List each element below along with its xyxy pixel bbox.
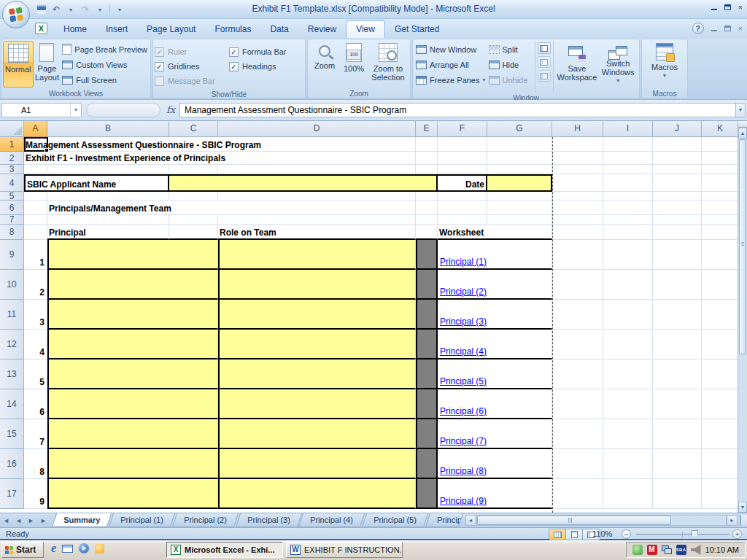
scroll-left-icon[interactable]: ◄ (465, 515, 476, 526)
cell[interactable] (24, 165, 47, 174)
col-header-K[interactable]: K (702, 121, 739, 137)
scroll-up-icon[interactable]: ▲ (738, 128, 747, 139)
cell[interactable] (552, 215, 603, 225)
cell-role-input[interactable] (218, 240, 416, 270)
cell-principal-name-input[interactable] (47, 270, 218, 300)
cell[interactable] (702, 174, 739, 192)
cell-section-title[interactable]: Principals/Management Team (47, 201, 416, 215)
unhide-button[interactable]: Unhide (487, 72, 533, 88)
cell-principal-name-input[interactable] (47, 389, 218, 419)
reset-window-position-button[interactable] (538, 70, 551, 82)
cell[interactable] (603, 165, 653, 174)
principal-link[interactable]: Principal (1) (440, 257, 487, 267)
cell-worksheet-link[interactable]: Principal (5) (438, 359, 552, 389)
page-break-preview-button[interactable]: Page Break Preview (61, 42, 149, 57)
cell[interactable] (653, 152, 702, 165)
cell[interactable] (487, 137, 552, 152)
tab-split-handle[interactable] (740, 515, 747, 526)
cell[interactable] (218, 192, 416, 201)
cell[interactable] (438, 215, 487, 225)
cell[interactable] (702, 152, 739, 165)
cell[interactable] (552, 419, 603, 449)
formula-bar-checkbox[interactable]: ✓ Formula Bar (229, 44, 287, 59)
cell-principal-num[interactable]: 9 (24, 479, 47, 509)
message-bar-checkbox[interactable]: ✓ Message Bar (155, 74, 229, 88)
cell[interactable] (603, 300, 653, 330)
zoom-slider-thumb[interactable] (692, 530, 698, 538)
cell[interactable] (603, 174, 653, 192)
cell[interactable] (552, 152, 603, 165)
cell[interactable] (552, 240, 603, 270)
cell[interactable] (702, 215, 739, 225)
row-header-1[interactable]: 1 (0, 137, 24, 152)
cell[interactable] (552, 389, 603, 419)
cell-principal-name-input[interactable] (47, 359, 218, 389)
cell[interactable] (653, 165, 702, 174)
cell[interactable] (24, 225, 47, 240)
tray-sba-icon[interactable]: SBA (676, 545, 686, 555)
cell-principal-name-input[interactable] (47, 330, 218, 359)
cell[interactable] (653, 137, 702, 152)
taskbar-button-word[interactable]: W EXHIBIT F INSTRUCTION... (286, 542, 403, 558)
cell[interactable] (438, 192, 487, 201)
cell-principal-name-input[interactable] (47, 419, 218, 449)
scroll-right-icon[interactable]: ► (727, 515, 738, 526)
macros-button[interactable]: Macros ▾ (646, 41, 684, 88)
tab-home[interactable]: Home (54, 21, 96, 38)
name-box[interactable]: A1 ▾ (1, 103, 82, 117)
row-header-16[interactable]: 16 (0, 449, 24, 479)
ruler-checkbox[interactable]: ✓ Ruler (155, 44, 229, 59)
cell[interactable] (653, 174, 702, 192)
cell[interactable] (552, 225, 603, 240)
cell[interactable] (416, 215, 438, 225)
cell-worksheet-link[interactable]: Principal (7) (438, 419, 552, 449)
full-screen-button[interactable]: Full Screen (61, 72, 149, 88)
cell-role-input[interactable] (218, 359, 416, 389)
cell[interactable] (603, 479, 653, 509)
row-header-7[interactable]: 7 (0, 215, 24, 225)
principal-link[interactable]: Principal (4) (440, 346, 487, 357)
cell[interactable] (487, 165, 552, 174)
col-header-E[interactable]: E (416, 121, 438, 137)
row-header-9[interactable]: 9 (0, 240, 24, 270)
cell-A2[interactable]: Exhibit F1 - Investment Experience of Pr… (24, 152, 416, 165)
internet-explorer-icon[interactable]: e (51, 542, 56, 554)
cell-header-worksheet[interactable]: Worksheet (438, 225, 552, 240)
close-icon[interactable]: × (738, 3, 743, 12)
cell[interactable] (653, 330, 702, 359)
cell[interactable] (702, 240, 739, 270)
cell[interactable] (552, 165, 603, 174)
horizontal-scroll-thumb[interactable] (477, 516, 671, 525)
tab-view[interactable]: View (346, 20, 385, 38)
cell-principal-num[interactable]: 6 (24, 389, 47, 419)
cell[interactable] (47, 165, 169, 174)
tab-get-started[interactable]: Get Started (385, 21, 449, 38)
tab-formulas[interactable]: Formulas (205, 21, 260, 38)
cell-principal-name-input[interactable] (47, 240, 218, 270)
cell-principal-num[interactable]: 8 (24, 449, 47, 479)
start-button[interactable]: Start (1, 542, 44, 558)
col-header-A[interactable]: A (24, 121, 47, 137)
principal-link[interactable]: Principal (8) (440, 466, 487, 476)
zoom-100-button[interactable]: 100 100% (340, 41, 368, 88)
workbook-close-icon[interactable]: × (738, 24, 743, 33)
cell[interactable] (416, 192, 438, 201)
cell[interactable] (603, 419, 653, 449)
cell-worksheet-link[interactable]: Principal (4) (438, 330, 552, 359)
cell[interactable] (487, 201, 552, 215)
cell[interactable] (603, 137, 653, 152)
cell[interactable] (603, 240, 653, 270)
cell[interactable] (416, 137, 438, 152)
view-side-by-side-button[interactable] (538, 42, 551, 54)
cell[interactable] (603, 215, 653, 225)
cell[interactable] (653, 201, 702, 215)
cell[interactable] (603, 449, 653, 479)
cell-worksheet-link[interactable]: Principal (8) (438, 449, 552, 479)
vertical-scrollbar[interactable]: ▲ ▼ (738, 121, 747, 513)
cell-A1[interactable]: Management Assessment Questionnaire - SB… (24, 137, 416, 152)
gridlines-checkbox[interactable]: ✓ Gridlines (155, 59, 229, 74)
select-all-corner[interactable] (0, 121, 24, 137)
tab-insert[interactable]: Insert (96, 21, 137, 38)
split-button[interactable]: Split (487, 42, 533, 57)
cell[interactable] (603, 330, 653, 359)
